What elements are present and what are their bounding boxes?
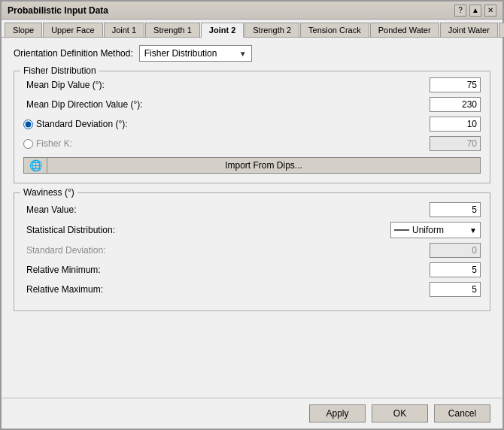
window-title: Probabilistic Input Data	[8, 5, 108, 16]
waviness-mean-input[interactable]	[430, 202, 481, 217]
tab-strength1[interactable]: Strength 1	[145, 23, 200, 37]
chevron-down-icon: ▼	[239, 50, 247, 58]
main-content: Orientation Definition Method: Fisher Di…	[2, 38, 502, 398]
fisher-k-input[interactable]	[430, 136, 481, 151]
orientation-row: Orientation Definition Method: Fisher Di…	[14, 45, 490, 62]
fisher-group-title: Fisher Distribution	[20, 65, 99, 76]
fisher-group: Fisher Distribution Mean Dip Value (°): …	[14, 71, 490, 183]
orientation-dropdown-value: Fisher Distribution	[144, 48, 217, 59]
globe-icon[interactable]: 🌐	[23, 157, 47, 174]
waviness-mean-row: Mean Value:	[23, 202, 481, 217]
apply-button[interactable]: Apply	[309, 404, 366, 422]
waviness-std-dev-input[interactable]	[430, 243, 481, 258]
stat-dist-row: Statistical Distribution: Uniform ▼	[23, 222, 481, 238]
footer: Apply OK Cancel	[2, 398, 502, 428]
uniform-line-icon	[394, 229, 409, 231]
mean-dip-direction-row: Mean Dip Direction Value (°):	[23, 97, 481, 112]
std-dev-radio[interactable]	[23, 120, 33, 129]
std-dev-row: Standard Deviation (°):	[23, 117, 481, 132]
orientation-dropdown[interactable]: Fisher Distribution ▼	[139, 45, 252, 62]
mean-dip-input[interactable]	[430, 77, 481, 92]
stat-dist-dropdown[interactable]: Uniform ▼	[390, 222, 481, 238]
help-button[interactable]: ?	[454, 5, 466, 17]
ok-button[interactable]: OK	[372, 404, 428, 422]
waviness-std-dev-row: Standard Deviation:	[23, 243, 481, 258]
title-controls: ? ▲ ✕	[454, 5, 496, 17]
rel-max-label: Relative Maximum:	[23, 284, 430, 295]
rel-min-row: Relative Minimum:	[23, 262, 481, 277]
tab-strength2[interactable]: Strength 2	[244, 23, 299, 37]
rel-max-row: Relative Maximum:	[23, 282, 481, 297]
tab-seismic[interactable]: Seismic	[499, 23, 504, 37]
tab-joint-water[interactable]: Joint Water	[440, 23, 498, 37]
waviness-std-dev-label: Standard Deviation:	[23, 245, 430, 256]
stat-dist-chevron-icon: ▼	[469, 226, 477, 235]
std-dev-label: Standard Deviation (°):	[36, 119, 430, 129]
main-window: Probabilistic Input Data ? ▲ ✕ Slope Upp…	[0, 0, 504, 430]
tabs-row: Slope Upper Face Joint 1 Strength 1 Join…	[2, 20, 502, 38]
import-from-dips-button[interactable]: Import From Dips...	[47, 157, 481, 174]
stat-dist-value: Uniform	[412, 225, 444, 235]
tab-joint1[interactable]: Joint 1	[104, 23, 144, 37]
tab-joint2[interactable]: Joint 2	[201, 23, 244, 38]
rel-max-input[interactable]	[430, 282, 481, 297]
rel-min-input[interactable]	[430, 262, 481, 277]
mean-dip-direction-input[interactable]	[430, 97, 481, 112]
fisher-k-row: Fisher K:	[23, 136, 481, 151]
cancel-button[interactable]: Cancel	[434, 404, 490, 422]
fisher-k-label: Fisher K:	[36, 138, 430, 149]
orientation-label: Orientation Definition Method:	[14, 48, 133, 59]
waviness-group: Waviness (°) Mean Value: Statistical Dis…	[14, 192, 490, 311]
std-dev-input[interactable]	[430, 117, 481, 132]
rel-min-label: Relative Minimum:	[23, 265, 430, 275]
tab-tension-crack[interactable]: Tension Crack	[300, 23, 369, 37]
waviness-group-title: Waviness (°)	[20, 187, 77, 198]
tab-ponded-water[interactable]: Ponded Water	[370, 23, 439, 37]
mean-dip-row: Mean Dip Value (°):	[23, 77, 481, 92]
stat-dist-label: Statistical Distribution:	[23, 225, 390, 235]
minimize-button[interactable]: ▲	[469, 5, 481, 17]
waviness-mean-label: Mean Value:	[23, 204, 430, 215]
tab-slope[interactable]: Slope	[5, 23, 42, 37]
title-bar: Probabilistic Input Data ? ▲ ✕	[2, 2, 502, 20]
import-row: 🌐 Import From Dips...	[23, 157, 481, 174]
tab-upper-face[interactable]: Upper Face	[43, 23, 102, 37]
fisher-k-radio[interactable]	[23, 139, 33, 149]
close-button[interactable]: ✕	[484, 5, 496, 17]
mean-dip-direction-label: Mean Dip Direction Value (°):	[23, 99, 430, 110]
mean-dip-label: Mean Dip Value (°):	[23, 80, 430, 90]
